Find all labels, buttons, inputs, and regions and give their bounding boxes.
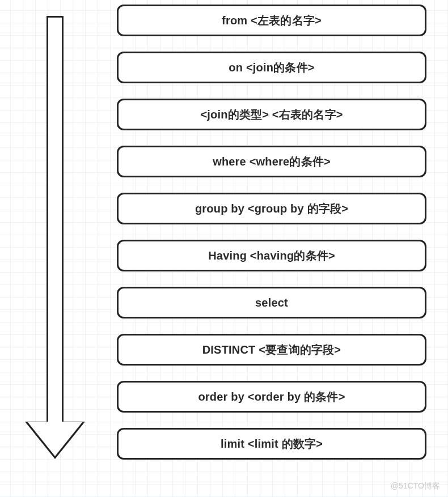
watermark: @51CTO博客 xyxy=(391,481,440,491)
step-on: on <join的条件> xyxy=(117,52,426,83)
arrow-head-inner xyxy=(28,422,82,456)
step-where: where <where的条件> xyxy=(117,146,426,177)
step-group-by: group by <group by 的字段> xyxy=(117,193,426,224)
step-join: <join的类型> <右表的名字> xyxy=(117,99,426,130)
step-having: Having <having的条件> xyxy=(117,240,426,271)
step-from: from <左表的名字> xyxy=(117,5,426,36)
step-limit: limit <limit 的数字> xyxy=(117,428,426,460)
step-select: select xyxy=(117,287,426,318)
arrow-head-cap xyxy=(47,422,64,424)
arrow-shaft xyxy=(47,16,64,424)
step-order-by: order by <order by 的条件> xyxy=(117,381,426,413)
steps-container: from <左表的名字> on <join的条件> <join的类型> <右表的… xyxy=(117,5,426,475)
step-distinct: DISTINCT <要查询的字段> xyxy=(117,334,426,366)
